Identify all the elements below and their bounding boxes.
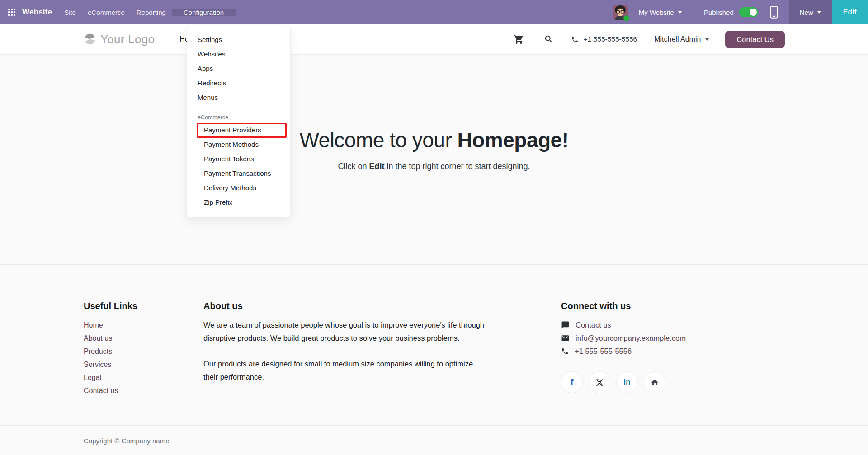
linkedin-button[interactable]: in [616, 371, 638, 393]
page: Website Site eCommerce Reporting Configu… [0, 0, 868, 455]
hero-subtitle: Click on Edit in the top right corner to… [0, 162, 868, 171]
header-phone-number: +1 555-555-5556 [584, 35, 637, 43]
menu-item-delivery-methods[interactable]: Delivery Methods [187, 181, 290, 195]
menu-item-menus[interactable]: Menus [187, 90, 290, 105]
social-links: f in [561, 371, 751, 393]
hero-subtitle-suffix: in the top right corner to start designi… [384, 162, 530, 171]
search-button[interactable] [544, 34, 554, 44]
hero-subtitle-prefix: Click on [338, 162, 369, 171]
mobile-phone-icon [770, 6, 778, 19]
linkedin-icon: in [623, 378, 630, 387]
cart-button[interactable] [514, 34, 524, 45]
connect-email-link[interactable]: info@yourcompany.example.com [561, 332, 751, 345]
hero-subtitle-bold: Edit [369, 162, 384, 171]
footer-connect: Connect with us Contact us info@yourcomp… [561, 301, 751, 393]
topbar-menu: Site eCommerce Reporting Configuration [58, 9, 236, 16]
edit-label: Edit [843, 8, 857, 16]
header-right: +1 555-555-5556 Mitchell Admin Contact U… [514, 31, 785, 48]
footer-link-legal[interactable]: Legal [84, 371, 188, 384]
app-brand[interactable]: Website [22, 8, 52, 17]
backend-topbar: Website Site eCommerce Reporting Configu… [0, 0, 868, 24]
phone-icon [571, 36, 579, 43]
user-name: Mitchell Admin [654, 35, 701, 43]
menu-reporting[interactable]: Reporting [131, 9, 172, 16]
about-paragraph-1: We are a team of passionate people whose… [203, 319, 486, 344]
menu-item-apps[interactable]: Apps [187, 61, 290, 76]
user-account-dropdown[interactable]: Mitchell Admin [654, 35, 709, 43]
logo-text: Your Logo [100, 33, 155, 47]
footer-bottom-bar: Copyright © Company name [0, 425, 868, 445]
new-button[interactable]: New [789, 0, 832, 24]
facebook-button[interactable]: f [561, 371, 583, 393]
chevron-down-icon [817, 11, 821, 14]
useful-links-title: Useful Links [84, 301, 188, 311]
chat-bubble-icon [561, 321, 570, 329]
menu-item-payment-transactions[interactable]: Payment Transactions [187, 166, 290, 181]
menu-item-redirects[interactable]: Redirects [187, 76, 290, 90]
topbar-right: My Website Published New Edit [613, 0, 868, 24]
contact-us-button[interactable]: Contact Us [725, 31, 785, 48]
edit-button[interactable]: Edit [832, 0, 868, 24]
topbar-left: Website Site eCommerce Reporting Configu… [0, 0, 236, 24]
my-website-label: My Website [639, 9, 674, 16]
connect-contact-link[interactable]: Contact us [561, 319, 751, 332]
mobile-preview-button[interactable] [770, 0, 778, 24]
header-phone[interactable]: +1 555-555-5556 [571, 35, 637, 43]
hero-title-bold: Homepage! [458, 128, 569, 152]
published-toggle[interactable] [739, 7, 758, 17]
connect-phone-link[interactable]: +1 555-555-5556 [561, 345, 751, 358]
menu-item-payment-tokens[interactable]: Payment Tokens [187, 152, 290, 166]
x-twitter-button[interactable] [589, 371, 610, 393]
menu-item-settings[interactable]: Settings [187, 33, 290, 47]
cart-icon [514, 34, 524, 45]
connect-email-label: info@yourcompany.example.com [576, 332, 686, 345]
email-icon [561, 334, 570, 342]
website-header: Your Logo Home +1 555-555-5556 [0, 24, 868, 54]
connect-contact-label: Contact us [576, 319, 611, 332]
x-twitter-icon [595, 378, 604, 387]
footer-link-services[interactable]: Services [84, 358, 188, 371]
hero-title: Welcome to your Homepage! [0, 128, 868, 152]
user-avatar[interactable] [613, 5, 628, 20]
homepage-content: Welcome to your Homepage! Click on Edit … [0, 54, 868, 264]
site-logo[interactable]: Your Logo [84, 33, 155, 47]
connect-title: Connect with us [561, 301, 751, 311]
menu-item-zip-prefix[interactable]: Zip Prefix [187, 195, 290, 210]
menu-configuration[interactable]: Configuration [172, 9, 236, 16]
footer-useful-links: Useful Links Home About us Products Serv… [84, 301, 188, 397]
online-status-dot [623, 15, 629, 21]
connect-phone-label: +1 555-555-5556 [575, 345, 632, 358]
my-website-dropdown[interactable]: My Website [639, 0, 682, 24]
website-home-button[interactable] [644, 371, 665, 393]
menu-ecommerce[interactable]: eCommerce [82, 9, 131, 16]
chevron-down-icon [678, 11, 682, 14]
published-control: Published [704, 0, 758, 24]
copyright-text: Copyright © Company name [84, 437, 169, 445]
menu-item-websites[interactable]: Websites [187, 47, 290, 61]
site-footer: Useful Links Home About us Products Serv… [0, 264, 868, 455]
footer-about: About us We are a team of passionate peo… [203, 301, 486, 383]
published-label: Published [704, 9, 734, 16]
configuration-dropdown-menu: Settings Websites Apps Redirects Menus e… [187, 26, 291, 217]
menu-section-ecommerce: eCommerce [187, 112, 290, 123]
footer-link-products[interactable]: Products [84, 345, 188, 358]
chevron-down-icon [705, 38, 709, 41]
menu-item-payment-providers[interactable]: Payment Providers [187, 123, 290, 137]
logo-icon [84, 33, 96, 46]
footer-link-contact[interactable]: Contact us [84, 384, 188, 397]
footer-link-home[interactable]: Home [84, 319, 188, 332]
hero-title-normal: Welcome to your [299, 128, 457, 152]
menu-site[interactable]: Site [58, 9, 82, 16]
about-title: About us [203, 301, 486, 311]
home-icon [651, 378, 659, 387]
topbar-divider [693, 7, 693, 17]
search-icon [544, 34, 554, 44]
new-label: New [800, 9, 813, 16]
facebook-icon: f [571, 377, 574, 388]
footer-link-about[interactable]: About us [84, 332, 188, 345]
phone-icon [561, 347, 569, 355]
apps-grid-icon[interactable] [8, 9, 15, 16]
menu-item-payment-methods[interactable]: Payment Methods [187, 137, 290, 152]
about-paragraph-2: Our products are designed for small to m… [203, 357, 486, 383]
